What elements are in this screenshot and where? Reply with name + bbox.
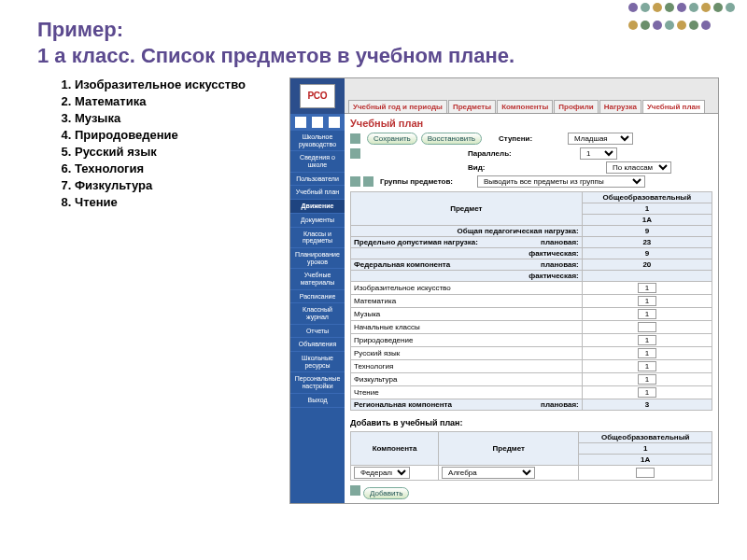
sidebar-item[interactable]: Школьные ресурсы [290,352,345,372]
hours-input[interactable] [638,387,656,398]
subject-item: Природоведение [75,128,280,142]
action-icon[interactable] [363,176,374,187]
add-col-comp: Компонента [351,432,439,466]
tab[interactable]: Учебный год и периоды [348,100,447,113]
col-subject: Предмет [351,192,583,226]
hours-input[interactable] [638,283,656,293]
sidebar-item[interactable]: Классный журнал [290,303,345,324]
subject-cell: Математика [351,295,583,308]
tab[interactable]: Профили [554,100,598,113]
subject-cell: Природоведение [351,334,583,347]
sidebar-item[interactable]: Персональные настройки [290,372,345,393]
subject-item: Математика [75,94,280,108]
groups-label: Группы предметов: [380,177,473,186]
subject-cell: Технология [351,360,583,373]
add-button[interactable]: Добавить [363,487,409,499]
hours-input[interactable] [636,468,655,478]
mail-icon[interactable] [312,117,323,128]
tab[interactable]: Предметы [448,100,496,113]
tab[interactable]: Учебный план [642,100,705,113]
subject-select[interactable]: Алгебра [442,467,535,479]
sidebar-item[interactable]: Отчеты [290,325,345,339]
hours-input[interactable] [638,348,656,358]
add-table: Компонента Предмет Общеобразовательный 1… [350,431,712,481]
subject-item: Технология [75,161,280,175]
parallel-select[interactable]: 1 [580,147,617,160]
hours-input[interactable] [638,361,656,371]
type-label: Вид: [468,163,561,172]
hours-input[interactable] [638,335,656,345]
page-title: Учебный план [350,118,712,129]
sidebar-item[interactable]: Документы [290,214,345,228]
restore-button[interactable]: Восстановить [421,133,482,145]
col-class: 1А [582,215,712,226]
sidebar-item[interactable]: Расписание [290,290,345,304]
subject-item: Чтение [75,195,280,209]
subject-cell: Физкультура [351,373,583,386]
type-select[interactable]: По классам [606,161,671,174]
logo-area: РСО [290,78,345,114]
subject-cell: Изобразительное искусство [351,282,583,295]
subject-item: Русский язык [75,145,280,159]
tab-bar: Учебный год и периодыПредметыКомпонентыП… [345,78,718,114]
action-icon[interactable] [350,133,360,144]
add-col-subj: Предмет [439,432,579,466]
subject-item: Изобразительное искусство [75,77,280,91]
tab[interactable]: Нагрузка [599,100,641,113]
curriculum-table: Предмет Общеобразовательный 1 1А Общая п… [350,191,712,411]
sidebar-section: Движение [290,200,345,214]
component-select[interactable]: Федеральна [354,467,410,479]
slide-decoration [626,0,747,37]
sidebar-item[interactable]: Учебный план [290,186,345,200]
sidebar-item[interactable]: Выход [290,394,345,408]
action-icon[interactable] [350,176,360,187]
add-section-title: Добавить в учебный план: [350,418,712,427]
subject-cell: Чтение [351,386,583,399]
sidebar-item[interactable]: Пользователи [290,173,345,187]
app-window: РСО Учебный год и периодыПредметыКомпоне… [289,77,719,504]
sidebar-item[interactable]: Классы и предметы [290,228,345,248]
sidebar: Школьное руководствоСведения о школеПоль… [290,114,345,503]
app-logo: РСО [300,84,335,108]
hours-input[interactable] [638,322,656,332]
tab[interactable]: Компоненты [497,100,553,113]
sidebar-icon-row [290,114,345,131]
sidebar-item[interactable]: Школьное руководство [290,131,345,151]
steps-select[interactable]: Младшая [568,133,633,145]
steps-label: Ступени: [499,134,532,143]
sidebar-item[interactable]: Учебные материалы [290,269,345,289]
sidebar-item[interactable]: Сведения о школе [290,151,345,172]
main-panel: Учебный план Сохранить Восстановить Ступ… [345,114,718,503]
subject-cell: Русский язык [351,347,583,360]
subject-cell: Начальные классы [351,321,583,334]
sidebar-item[interactable]: Планирование уроков [290,248,345,269]
subject-item: Физкультура [75,178,280,192]
parallel-label: Параллель: [468,149,561,158]
groups-select[interactable]: Выводить все предметы из группы [477,175,645,188]
sidebar-item[interactable]: Объявления [290,338,345,352]
hours-input[interactable] [638,374,656,385]
subject-cell: Музыка [351,308,583,321]
add-icon[interactable] [350,485,360,496]
subject-list: Изобразительное искусствоМатематикаМузык… [37,77,280,504]
col-group: Общеобразовательный [582,192,712,203]
subject-item: Музыка [75,111,280,125]
hours-input[interactable] [638,309,656,319]
home-icon[interactable] [295,117,306,128]
add-col-group: Общеобразовательный [579,432,712,443]
save-button[interactable]: Сохранить [367,133,417,145]
col-level: 1 [582,203,712,215]
action-icon[interactable] [350,148,360,159]
hours-input[interactable] [638,296,656,306]
help-icon[interactable] [329,117,340,128]
